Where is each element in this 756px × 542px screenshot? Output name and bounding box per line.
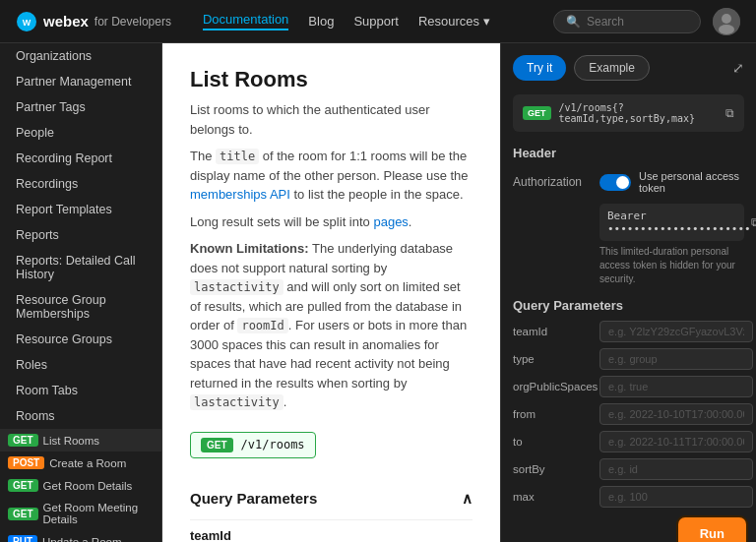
- pages-link[interactable]: pages: [373, 214, 408, 229]
- logo-webex-text: webex: [43, 13, 89, 30]
- sidebar-item-partner-tags[interactable]: Partner Tags: [0, 94, 161, 120]
- example-button[interactable]: Example: [574, 55, 650, 81]
- sidebar-item-report-templates[interactable]: Report Templates: [0, 197, 161, 222]
- qp-to-label: to: [513, 436, 592, 448]
- qp-sortBy-input[interactable]: [599, 458, 753, 480]
- qp-teamId-row: teamId: [513, 321, 744, 342]
- sidebar-item-resource-group-memberships[interactable]: Resource Group Memberships: [0, 287, 161, 327]
- sidebar-api-update-room-label: Update a Room: [42, 536, 122, 543]
- sidebar-item-organizations[interactable]: Organizations: [0, 43, 161, 69]
- content-desc3: Long result sets will be split into page…: [190, 212, 472, 232]
- api-url: /v1/rooms{?teamId,type,sortBy,max}: [559, 102, 718, 124]
- qp-from-label: from: [513, 408, 592, 420]
- qp-orgPublicSpaces-label: orgPublicSpaces: [513, 381, 592, 392]
- qp-to-input[interactable]: [599, 431, 753, 452]
- auth-row: Authorization Use personal access token: [513, 170, 744, 194]
- avatar[interactable]: [713, 8, 740, 35]
- nav-link-blog[interactable]: Blog: [308, 14, 334, 29]
- try-it-button[interactable]: Try it: [513, 55, 566, 81]
- bearer-label: Bearer ••••••••••••••••••••••: [607, 210, 751, 235]
- get-badge-room-details: GET: [8, 479, 38, 492]
- qp-type-label: type: [513, 353, 592, 365]
- sidebar-item-resource-groups[interactable]: Resource Groups: [0, 327, 161, 352]
- sidebar-item-roles[interactable]: Roles: [0, 352, 161, 378]
- qp-orgPublicSpaces-input[interactable]: [599, 376, 753, 397]
- webex-logo-icon: W: [16, 11, 37, 32]
- qp-from-row: from: [513, 403, 744, 425]
- toggle-knob: [616, 176, 629, 189]
- content-desc2: The title of the room for 1:1 rooms will…: [190, 147, 472, 205]
- search-bar[interactable]: 🔍 Search: [553, 10, 701, 33]
- sidebar-api-get-room-details-label: Get Room Details: [43, 480, 133, 492]
- sidebar-item-partner-management[interactable]: Partner Management: [0, 69, 161, 94]
- api-get-badge: GET: [523, 106, 551, 120]
- sidebar-item-people[interactable]: People: [0, 120, 161, 146]
- get-badge-room-meeting: GET: [8, 508, 38, 520]
- svg-text:W: W: [23, 18, 32, 28]
- get-badge-list-rooms: GET: [8, 434, 38, 447]
- nav-links: Documentation Blog Support Resources ▾: [203, 12, 490, 30]
- sidebar-item-recording-report[interactable]: Recording Report: [0, 146, 161, 171]
- svg-point-4: [719, 25, 734, 34]
- qp-max-label: max: [513, 491, 592, 503]
- sidebar-api-create-room[interactable]: POST Create a Room: [0, 452, 161, 474]
- sidebar: Organizations Partner Management Partner…: [0, 43, 162, 542]
- sidebar-api-list-rooms-label: List Rooms: [43, 435, 100, 447]
- qp-type-input[interactable]: [599, 348, 753, 370]
- qp-teamId-input[interactable]: [599, 321, 753, 342]
- run-button[interactable]: Run: [680, 519, 744, 542]
- hidden-note: This limited-duration personal access to…: [599, 245, 744, 286]
- api-endpoint-bar: GET /v1/rooms{?teamId,type,sortBy,max} ⧉: [513, 94, 744, 132]
- content-desc1: List rooms to which the authenticated us…: [190, 100, 472, 139]
- qp-teamId-label: teamId: [513, 326, 592, 337]
- sidebar-api-create-room-label: Create a Room: [49, 457, 126, 469]
- sidebar-item-room-tabs[interactable]: Room Tabs: [0, 378, 161, 403]
- copy-icon[interactable]: ⧉: [725, 106, 734, 120]
- logo-for-devs-text: for Developers: [94, 15, 171, 29]
- nav-link-support[interactable]: Support: [353, 14, 399, 29]
- qp-type-row: type: [513, 348, 744, 370]
- qp-section-title: Query Parameters: [513, 298, 744, 313]
- collapse-icon[interactable]: ∧: [462, 490, 472, 508]
- get-method-badge: GET: [201, 438, 233, 452]
- logo: W webex for Developers: [16, 11, 171, 32]
- sidebar-item-reports[interactable]: Reports: [0, 222, 161, 248]
- sidebar-item-rooms[interactable]: Rooms: [0, 403, 161, 429]
- right-panel: Try it Example ⤢ GET /v1/rooms{?teamId,t…: [500, 43, 756, 542]
- nav-link-resources[interactable]: Resources ▾: [418, 14, 490, 29]
- sidebar-item-recordings[interactable]: Recordings: [0, 171, 161, 197]
- param-teamId: teamId string List rooms associated with…: [190, 528, 472, 543]
- memberships-link[interactable]: memberships API: [190, 187, 290, 202]
- post-badge-create-room: POST: [8, 456, 44, 469]
- toggle-label: Use personal access token: [639, 170, 744, 194]
- sidebar-api-get-room-meeting-label: Get Room Meeting Details: [43, 502, 154, 525]
- page-title: List Rooms: [190, 67, 472, 92]
- get-endpoint: GET /v1/rooms: [190, 432, 316, 458]
- content-known-limitations: Known Limitations: The underlying databa…: [190, 239, 472, 412]
- main-layout: Organizations Partner Management Partner…: [0, 43, 756, 542]
- sidebar-api-get-room-details[interactable]: GET Get Room Details: [0, 474, 161, 497]
- qp-sortBy-label: sortBy: [513, 463, 592, 475]
- query-params-section-title: Query Parameters ∧: [190, 490, 472, 508]
- expand-icon[interactable]: ⤢: [732, 60, 744, 76]
- search-icon: 🔍: [566, 15, 581, 29]
- qp-orgPublicSpaces-row: orgPublicSpaces: [513, 376, 744, 397]
- bearer-box: Bearer •••••••••••••••••••••• ⧉: [599, 204, 744, 241]
- bearer-copy-icon[interactable]: ⧉: [751, 215, 756, 229]
- put-badge-update-room: PUT: [8, 535, 37, 542]
- nav-right: 🔍 Search: [553, 8, 740, 35]
- nav-link-documentation[interactable]: Documentation: [203, 12, 288, 30]
- qp-max-input[interactable]: [599, 486, 753, 508]
- content-area: List Rooms List rooms to which the authe…: [162, 43, 500, 542]
- try-example-bar: Try it Example ⤢: [513, 55, 744, 81]
- qp-sortBy-row: sortBy: [513, 458, 744, 480]
- auth-toggle[interactable]: [599, 174, 631, 191]
- search-placeholder: Search: [587, 15, 624, 29]
- sidebar-api-update-room[interactable]: PUT Update a Room: [0, 530, 161, 542]
- chevron-down-icon: ▾: [483, 14, 490, 29]
- qp-from-input[interactable]: [599, 403, 753, 425]
- sidebar-api-list-rooms[interactable]: GET List Rooms: [0, 429, 161, 452]
- sidebar-api-get-room-meeting[interactable]: GET Get Room Meeting Details: [0, 497, 161, 530]
- auth-label: Authorization: [513, 175, 592, 189]
- sidebar-item-reports-detailed[interactable]: Reports: Detailed Call History: [0, 248, 161, 287]
